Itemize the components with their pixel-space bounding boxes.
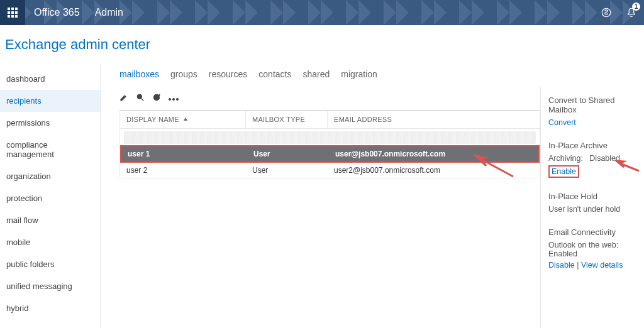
more-icon[interactable] xyxy=(169,94,179,103)
mailbox-table: DISPLAY NAME MAILBOX TYPE EMAIL ADDRESS … xyxy=(119,110,540,178)
table-header: DISPLAY NAME MAILBOX TYPE EMAIL ADDRESS xyxy=(120,111,540,129)
left-nav: dashboard recipients permissions complia… xyxy=(0,64,101,328)
convert-section-title: Convert to Shared Mailbox xyxy=(548,96,638,114)
column-display-name[interactable]: DISPLAY NAME xyxy=(120,111,246,128)
svg-rect-4 xyxy=(11,11,14,14)
svg-point-13 xyxy=(172,98,174,100)
column-mailbox-type[interactable]: MAILBOX TYPE xyxy=(246,111,328,128)
convert-link[interactable]: Convert xyxy=(548,118,576,127)
tab-resources[interactable]: resources xyxy=(209,69,247,79)
recipients-tabs: mailboxes groups resources contacts shar… xyxy=(119,64,540,90)
separator: | xyxy=(577,261,579,270)
notification-badge: 1 xyxy=(632,3,640,11)
tab-mailboxes[interactable]: mailboxes xyxy=(119,69,159,79)
connectivity-disable-link[interactable]: Disable xyxy=(548,261,575,270)
archive-enable-link[interactable]: Enable xyxy=(548,165,579,178)
hold-status: User isn't under hold xyxy=(548,205,638,214)
redacted-row xyxy=(124,131,536,144)
mailbox-toolbar xyxy=(119,90,540,110)
tab-migration[interactable]: migration xyxy=(341,69,377,79)
svg-rect-3 xyxy=(8,11,10,14)
search-icon[interactable] xyxy=(136,93,145,104)
archive-status-label: Archiving: xyxy=(548,154,583,163)
svg-point-9 xyxy=(602,8,611,17)
svg-rect-6 xyxy=(8,15,10,18)
svg-rect-1 xyxy=(11,8,14,10)
cell-mailbox-type: User xyxy=(253,150,335,158)
svg-rect-7 xyxy=(11,15,14,18)
svg-point-10 xyxy=(137,94,142,99)
global-topbar: Office 365 Admin 1 xyxy=(0,0,644,25)
notifications-icon[interactable]: 1 xyxy=(619,0,644,25)
app-launcher-button[interactable] xyxy=(0,0,25,25)
svg-point-14 xyxy=(176,98,178,100)
hold-section-title: In-Place Hold xyxy=(548,192,638,201)
connectivity-status: Outlook on the web: Enabled xyxy=(548,241,638,258)
svg-rect-8 xyxy=(15,15,18,18)
svg-marker-15 xyxy=(184,118,187,121)
sort-ascending-icon xyxy=(183,116,188,123)
tab-shared[interactable]: shared xyxy=(303,69,330,79)
column-display-name-label: DISPLAY NAME xyxy=(126,116,179,123)
tab-contacts[interactable]: contacts xyxy=(258,69,291,79)
sidebar-item-mail-flow[interactable]: mail flow xyxy=(0,209,100,231)
sidebar-item-recipients[interactable]: recipients xyxy=(0,90,100,112)
sidebar-item-public-folders[interactable]: public folders xyxy=(0,253,100,275)
annotation-arrow-row xyxy=(472,155,516,182)
refresh-icon[interactable] xyxy=(152,93,161,104)
svg-rect-2 xyxy=(15,8,18,10)
connectivity-view-details-link[interactable]: View details xyxy=(581,261,623,270)
sidebar-item-organization[interactable]: organization xyxy=(0,165,100,187)
page-title: Exchange admin center xyxy=(0,25,644,64)
brand-label: Office 365 xyxy=(34,7,80,18)
edit-icon[interactable] xyxy=(119,93,128,104)
connectivity-section-title: Email Connectivity xyxy=(548,227,638,237)
svg-rect-0 xyxy=(8,8,10,10)
tab-groups[interactable]: groups xyxy=(170,69,197,79)
sidebar-item-dashboard[interactable]: dashboard xyxy=(0,68,100,90)
mailbox-details-panel: Convert to Shared Mailbox Convert In-Pla… xyxy=(540,87,644,328)
sidebar-item-unified-messaging[interactable]: unified messaging xyxy=(0,275,100,297)
annotation-arrow-enable xyxy=(615,160,640,177)
archive-section-title: In-Place Archive xyxy=(548,141,638,150)
connectivity-status-label: Outlook on the web: xyxy=(548,241,618,249)
sidebar-item-mobile[interactable]: mobile xyxy=(0,231,100,253)
breadcrumb-admin[interactable]: Admin xyxy=(95,7,123,18)
sidebar-item-permissions[interactable]: permissions xyxy=(0,112,100,134)
svg-rect-5 xyxy=(15,11,18,14)
svg-point-12 xyxy=(169,98,170,100)
cell-display-name: user 2 xyxy=(126,166,252,175)
connectivity-status-value: Enabled xyxy=(548,249,577,258)
sidebar-item-hybrid[interactable]: hybrid xyxy=(0,297,100,319)
svg-line-11 xyxy=(142,99,144,101)
sidebar-item-protection[interactable]: protection xyxy=(0,187,100,209)
cell-display-name: user 1 xyxy=(128,150,253,158)
column-email-address[interactable]: EMAIL ADDRESS xyxy=(328,111,540,128)
sidebar-item-compliance-management[interactable]: compliance management xyxy=(0,134,100,165)
skype-icon[interactable] xyxy=(594,0,619,25)
cell-mailbox-type: User xyxy=(252,166,334,175)
